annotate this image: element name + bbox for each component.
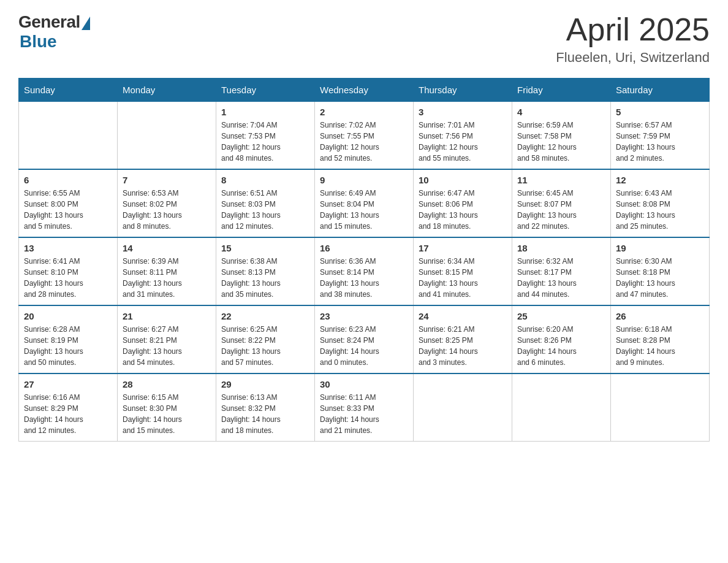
day-info: Sunrise: 6:23 AM Sunset: 8:24 PM Dayligh… [320,324,408,368]
day-number: 4 [517,107,605,117]
calendar-day-cell: 10Sunrise: 6:47 AM Sunset: 8:06 PM Dayli… [414,169,512,237]
day-number: 15 [221,243,309,253]
day-info: Sunrise: 6:34 AM Sunset: 8:15 PM Dayligh… [419,256,507,300]
calendar-day-cell: 6Sunrise: 6:55 AM Sunset: 8:00 PM Daylig… [19,169,118,237]
day-number: 28 [123,379,211,389]
day-number: 23 [320,311,408,321]
calendar-day-cell: 12Sunrise: 6:43 AM Sunset: 8:08 PM Dayli… [611,169,710,237]
day-number: 6 [24,175,112,185]
page-header: General Blue April 2025 Flueelen, Uri, S… [18,12,710,66]
day-number: 29 [221,379,309,389]
day-number: 25 [517,311,605,321]
day-info: Sunrise: 6:25 AM Sunset: 8:22 PM Dayligh… [221,324,309,368]
day-info: Sunrise: 6:18 AM Sunset: 8:28 PM Dayligh… [616,324,704,368]
day-of-week-header: Sunday [19,79,118,102]
calendar-day-cell: 18Sunrise: 6:32 AM Sunset: 8:17 PM Dayli… [512,237,611,305]
day-info: Sunrise: 7:02 AM Sunset: 7:55 PM Dayligh… [320,120,408,164]
calendar-day-cell: 13Sunrise: 6:41 AM Sunset: 8:10 PM Dayli… [19,237,118,305]
day-info: Sunrise: 6:55 AM Sunset: 8:00 PM Dayligh… [24,188,112,232]
calendar-day-cell: 16Sunrise: 6:36 AM Sunset: 8:14 PM Dayli… [315,237,414,305]
calendar-day-cell: 27Sunrise: 6:16 AM Sunset: 8:29 PM Dayli… [19,373,118,442]
calendar-day-cell: 2Sunrise: 7:02 AM Sunset: 7:55 PM Daylig… [315,102,414,170]
title-block: April 2025 Flueelen, Uri, Switzerland [556,12,710,66]
calendar-empty-cell [512,373,611,442]
day-info: Sunrise: 6:15 AM Sunset: 8:30 PM Dayligh… [123,392,211,436]
calendar-day-cell: 14Sunrise: 6:39 AM Sunset: 8:11 PM Dayli… [118,237,216,305]
day-info: Sunrise: 6:38 AM Sunset: 8:13 PM Dayligh… [221,256,309,300]
day-info: Sunrise: 6:41 AM Sunset: 8:10 PM Dayligh… [24,256,112,300]
day-number: 10 [419,175,507,185]
day-number: 12 [616,175,704,185]
calendar-header-row: SundayMondayTuesdayWednesdayThursdayFrid… [19,79,710,102]
calendar-day-cell: 19Sunrise: 6:30 AM Sunset: 8:18 PM Dayli… [611,237,710,305]
calendar-day-cell: 26Sunrise: 6:18 AM Sunset: 8:28 PM Dayli… [611,305,710,373]
day-info: Sunrise: 6:45 AM Sunset: 8:07 PM Dayligh… [517,188,605,232]
day-number: 16 [320,243,408,253]
logo: General Blue [18,12,90,52]
day-number: 8 [221,175,309,185]
calendar-day-cell: 5Sunrise: 6:57 AM Sunset: 7:59 PM Daylig… [611,102,710,170]
day-number: 11 [517,175,605,185]
day-info: Sunrise: 6:21 AM Sunset: 8:25 PM Dayligh… [419,324,507,368]
day-info: Sunrise: 6:47 AM Sunset: 8:06 PM Dayligh… [419,188,507,232]
day-number: 2 [320,107,408,117]
day-info: Sunrise: 6:16 AM Sunset: 8:29 PM Dayligh… [24,392,112,436]
location-subtitle: Flueelen, Uri, Switzerland [556,50,710,66]
calendar-empty-cell [118,102,216,170]
day-number: 5 [616,107,704,117]
day-number: 3 [419,107,507,117]
calendar-week-row: 20Sunrise: 6:28 AM Sunset: 8:19 PM Dayli… [19,305,710,373]
calendar-day-cell: 15Sunrise: 6:38 AM Sunset: 8:13 PM Dayli… [216,237,315,305]
day-info: Sunrise: 6:27 AM Sunset: 8:21 PM Dayligh… [123,324,211,368]
calendar-day-cell: 1Sunrise: 7:04 AM Sunset: 7:53 PM Daylig… [216,102,315,170]
logo-blue-text: Blue [20,32,57,52]
calendar-day-cell: 17Sunrise: 6:34 AM Sunset: 8:15 PM Dayli… [414,237,512,305]
day-number: 19 [616,243,704,253]
day-number: 1 [221,107,309,117]
day-info: Sunrise: 7:04 AM Sunset: 7:53 PM Dayligh… [221,120,309,164]
calendar-empty-cell [611,373,710,442]
calendar-day-cell: 30Sunrise: 6:11 AM Sunset: 8:33 PM Dayli… [315,373,414,442]
calendar-day-cell: 24Sunrise: 6:21 AM Sunset: 8:25 PM Dayli… [414,305,512,373]
day-info: Sunrise: 6:28 AM Sunset: 8:19 PM Dayligh… [24,324,112,368]
calendar-day-cell: 3Sunrise: 7:01 AM Sunset: 7:56 PM Daylig… [414,102,512,170]
calendar-day-cell: 11Sunrise: 6:45 AM Sunset: 8:07 PM Dayli… [512,169,611,237]
day-number: 17 [419,243,507,253]
calendar-empty-cell [414,373,512,442]
day-number: 26 [616,311,704,321]
day-of-week-header: Monday [118,79,216,102]
calendar-day-cell: 25Sunrise: 6:20 AM Sunset: 8:26 PM Dayli… [512,305,611,373]
calendar-day-cell: 23Sunrise: 6:23 AM Sunset: 8:24 PM Dayli… [315,305,414,373]
day-info: Sunrise: 6:57 AM Sunset: 7:59 PM Dayligh… [616,120,704,164]
day-number: 7 [123,175,211,185]
day-of-week-header: Tuesday [216,79,315,102]
day-info: Sunrise: 6:43 AM Sunset: 8:08 PM Dayligh… [616,188,704,232]
calendar-week-row: 13Sunrise: 6:41 AM Sunset: 8:10 PM Dayli… [19,237,710,305]
calendar-day-cell: 22Sunrise: 6:25 AM Sunset: 8:22 PM Dayli… [216,305,315,373]
calendar-empty-cell [19,102,118,170]
day-info: Sunrise: 6:30 AM Sunset: 8:18 PM Dayligh… [616,256,704,300]
day-info: Sunrise: 6:13 AM Sunset: 8:32 PM Dayligh… [221,392,309,436]
day-of-week-header: Thursday [414,79,512,102]
calendar-day-cell: 20Sunrise: 6:28 AM Sunset: 8:19 PM Dayli… [19,305,118,373]
calendar-day-cell: 7Sunrise: 6:53 AM Sunset: 8:02 PM Daylig… [118,169,216,237]
logo-triangle-icon [82,17,90,30]
day-number: 13 [24,243,112,253]
day-number: 20 [24,311,112,321]
day-info: Sunrise: 6:36 AM Sunset: 8:14 PM Dayligh… [320,256,408,300]
month-year-title: April 2025 [556,12,710,47]
day-number: 18 [517,243,605,253]
calendar-day-cell: 4Sunrise: 6:59 AM Sunset: 7:58 PM Daylig… [512,102,611,170]
calendar-week-row: 27Sunrise: 6:16 AM Sunset: 8:29 PM Dayli… [19,373,710,442]
day-of-week-header: Saturday [611,79,710,102]
calendar-day-cell: 9Sunrise: 6:49 AM Sunset: 8:04 PM Daylig… [315,169,414,237]
day-info: Sunrise: 6:51 AM Sunset: 8:03 PM Dayligh… [221,188,309,232]
day-info: Sunrise: 6:20 AM Sunset: 8:26 PM Dayligh… [517,324,605,368]
calendar-week-row: 1Sunrise: 7:04 AM Sunset: 7:53 PM Daylig… [19,102,710,170]
day-info: Sunrise: 6:49 AM Sunset: 8:04 PM Dayligh… [320,188,408,232]
calendar-day-cell: 21Sunrise: 6:27 AM Sunset: 8:21 PM Dayli… [118,305,216,373]
day-number: 9 [320,175,408,185]
day-info: Sunrise: 7:01 AM Sunset: 7:56 PM Dayligh… [419,120,507,164]
day-number: 30 [320,379,408,389]
day-info: Sunrise: 6:32 AM Sunset: 8:17 PM Dayligh… [517,256,605,300]
